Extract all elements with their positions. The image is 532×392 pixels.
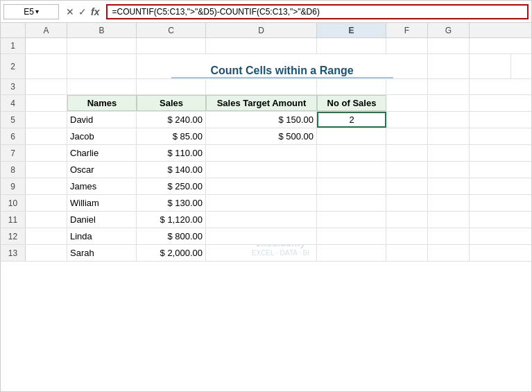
- cell-a4[interactable]: [26, 95, 67, 111]
- cell-a8[interactable]: [26, 162, 67, 178]
- cell-c12[interactable]: $ 800.00: [137, 228, 206, 244]
- cell-f2[interactable]: [428, 54, 470, 78]
- cell-d13[interactable]: exceldemy EXCEL · DATA · BI: [206, 245, 317, 261]
- cancel-icon[interactable]: ✕: [65, 6, 76, 17]
- cell-c1[interactable]: [137, 38, 206, 53]
- cell-d3[interactable]: [206, 79, 317, 94]
- cell-e7[interactable]: [317, 145, 386, 161]
- cell-c9[interactable]: $ 250.00: [137, 178, 206, 194]
- cell-g9[interactable]: [428, 178, 470, 194]
- col-header-a[interactable]: A: [26, 23, 67, 37]
- cell-f11[interactable]: [386, 212, 428, 228]
- cell-a1[interactable]: [26, 38, 67, 53]
- confirm-icon[interactable]: ✓: [77, 6, 88, 17]
- cell-c2-merged[interactable]: Count Cells within a Range: [137, 54, 428, 78]
- cell-g11[interactable]: [428, 212, 470, 228]
- cell-f1[interactable]: [386, 38, 428, 53]
- cell-c13[interactable]: $ 2,000.00: [137, 245, 206, 261]
- cell-g12[interactable]: [428, 228, 470, 244]
- cell-g13[interactable]: [428, 245, 470, 261]
- cell-d6[interactable]: $ 500.00: [206, 128, 317, 144]
- cell-f8[interactable]: [386, 162, 428, 178]
- cell-a7[interactable]: [26, 145, 67, 161]
- cell-g6[interactable]: [428, 128, 470, 144]
- cell-g5[interactable]: [428, 112, 470, 128]
- cell-f9[interactable]: [386, 178, 428, 194]
- cell-c5[interactable]: $ 240.00: [137, 112, 206, 128]
- cell-b6[interactable]: Jacob: [67, 128, 137, 144]
- cell-b5[interactable]: David: [67, 112, 137, 128]
- cell-e1[interactable]: [317, 38, 386, 53]
- cell-b4-names[interactable]: Names: [67, 95, 137, 111]
- cell-e11[interactable]: [317, 212, 386, 228]
- cell-d8[interactable]: [206, 162, 317, 178]
- col-header-d[interactable]: D: [206, 23, 317, 37]
- cell-a12[interactable]: [26, 228, 67, 244]
- cell-c7[interactable]: $ 110.00: [137, 145, 206, 161]
- cell-d9[interactable]: [206, 178, 317, 194]
- cell-a2[interactable]: [26, 54, 67, 78]
- col-header-g[interactable]: G: [428, 23, 470, 37]
- col-header-f[interactable]: F: [386, 23, 428, 37]
- cell-f7[interactable]: [386, 145, 428, 161]
- cell-g3[interactable]: [428, 79, 470, 94]
- cell-b3[interactable]: [67, 79, 137, 94]
- cell-d4-target[interactable]: Sales Target Amount: [206, 95, 317, 111]
- cell-d1[interactable]: [206, 38, 317, 53]
- cell-e10[interactable]: [317, 195, 386, 211]
- cell-c8[interactable]: $ 140.00: [137, 162, 206, 178]
- cell-g7[interactable]: [428, 145, 470, 161]
- cell-e13[interactable]: [317, 245, 386, 261]
- cell-a10[interactable]: [26, 195, 67, 211]
- cell-b10[interactable]: William: [67, 195, 137, 211]
- cell-a9[interactable]: [26, 178, 67, 194]
- cell-e5[interactable]: 2: [317, 112, 386, 128]
- cell-e9[interactable]: [317, 178, 386, 194]
- cell-d5[interactable]: $ 150.00: [206, 112, 317, 128]
- fx-icon[interactable]: fx: [89, 6, 101, 17]
- cell-g2[interactable]: [470, 54, 511, 78]
- cell-b8[interactable]: Oscar: [67, 162, 137, 178]
- cell-b12[interactable]: Linda: [67, 228, 137, 244]
- cell-f3[interactable]: [386, 79, 428, 94]
- name-box[interactable]: E5 ▾: [3, 4, 59, 19]
- cell-d10[interactable]: [206, 195, 317, 211]
- cell-g8[interactable]: [428, 162, 470, 178]
- cell-f10[interactable]: [386, 195, 428, 211]
- cell-c10[interactable]: $ 130.00: [137, 195, 206, 211]
- cell-f13[interactable]: [386, 245, 428, 261]
- name-box-dropdown-icon[interactable]: ▾: [35, 8, 39, 15]
- cell-b9[interactable]: James: [67, 178, 137, 194]
- cell-a6[interactable]: [26, 128, 67, 144]
- cell-g1[interactable]: [428, 38, 470, 53]
- cell-b13[interactable]: Sarah: [67, 245, 137, 261]
- col-header-c[interactable]: C: [137, 23, 206, 37]
- cell-a5[interactable]: [26, 112, 67, 128]
- cell-e4-nosales[interactable]: No of Sales: [317, 95, 386, 111]
- cell-a3[interactable]: [26, 79, 67, 94]
- cell-g10[interactable]: [428, 195, 470, 211]
- cell-a13[interactable]: [26, 245, 67, 261]
- cell-e8[interactable]: [317, 162, 386, 178]
- cell-f5[interactable]: [386, 112, 428, 128]
- cell-b7[interactable]: Charlie: [67, 145, 137, 161]
- col-header-e[interactable]: E: [317, 23, 386, 37]
- cell-f6[interactable]: [386, 128, 428, 144]
- col-header-b[interactable]: B: [67, 23, 137, 37]
- cell-c11[interactable]: $ 1,120.00: [137, 212, 206, 228]
- cell-a11[interactable]: [26, 212, 67, 228]
- cell-d11[interactable]: [206, 212, 317, 228]
- cell-g4[interactable]: [428, 95, 470, 111]
- cell-e12[interactable]: [317, 228, 386, 244]
- cell-d7[interactable]: [206, 145, 317, 161]
- cell-d12[interactable]: [206, 228, 317, 244]
- cell-b2[interactable]: [67, 54, 137, 78]
- cell-c3[interactable]: [137, 79, 206, 94]
- formula-input[interactable]: [106, 4, 529, 19]
- cell-e3[interactable]: [317, 79, 386, 94]
- cell-f4[interactable]: [386, 95, 428, 111]
- cell-b1[interactable]: [67, 38, 137, 53]
- cell-b11[interactable]: Daniel: [67, 212, 137, 228]
- cell-c6[interactable]: $ 85.00: [137, 128, 206, 144]
- cell-e6[interactable]: [317, 128, 386, 144]
